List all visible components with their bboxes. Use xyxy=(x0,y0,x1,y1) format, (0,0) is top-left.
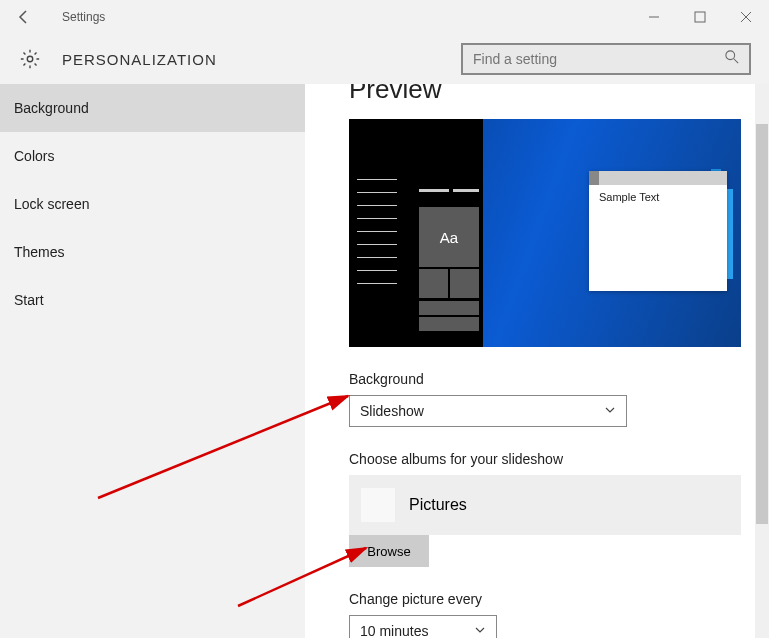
sample-window: Sample Text xyxy=(589,171,727,291)
sidebar-item-colors[interactable]: Colors xyxy=(0,132,305,180)
sidebar-item-background[interactable]: Background xyxy=(0,84,305,132)
preview-tile: Aa xyxy=(419,207,479,267)
svg-line-4 xyxy=(734,59,738,63)
album-name: Pictures xyxy=(409,496,467,514)
close-button[interactable] xyxy=(723,0,769,34)
change-picture-label: Change picture every xyxy=(349,591,755,607)
sidebar-item-label: Start xyxy=(14,292,44,308)
gear-icon xyxy=(16,45,44,73)
album-item[interactable]: Pictures xyxy=(361,485,729,525)
window-controls xyxy=(631,0,769,34)
svg-point-2 xyxy=(27,56,33,62)
vertical-scrollbar[interactable] xyxy=(755,84,769,638)
main: Background Colors Lock screen Themes Sta… xyxy=(0,84,769,638)
scrollbar-thumb[interactable] xyxy=(756,124,768,524)
sidebar-item-lock-screen[interactable]: Lock screen xyxy=(0,180,305,228)
app-title: Settings xyxy=(62,10,105,24)
albums-box: Pictures xyxy=(349,475,741,535)
chevron-down-icon xyxy=(474,623,486,638)
section-title: PERSONALIZATION xyxy=(62,51,217,68)
sidebar-item-label: Themes xyxy=(14,244,65,260)
background-label: Background xyxy=(349,371,755,387)
search-box[interactable] xyxy=(461,43,751,75)
interval-dropdown[interactable]: 10 minutes xyxy=(349,615,497,638)
back-button[interactable] xyxy=(10,3,38,31)
sidebar-item-label: Background xyxy=(14,100,89,116)
browse-button-label: Browse xyxy=(367,544,410,559)
albums-label: Choose albums for your slideshow xyxy=(349,451,755,467)
maximize-button[interactable] xyxy=(677,0,723,34)
sidebar-item-themes[interactable]: Themes xyxy=(0,228,305,276)
desktop-preview: Aa Sample Text xyxy=(349,119,741,347)
background-dropdown[interactable]: Slideshow xyxy=(349,395,627,427)
sample-window-text: Sample Text xyxy=(589,185,727,209)
background-dropdown-value: Slideshow xyxy=(360,403,424,419)
sidebar: Background Colors Lock screen Themes Sta… xyxy=(0,84,305,638)
chevron-down-icon xyxy=(604,403,616,419)
content-area: Preview Aa xyxy=(305,84,769,638)
svg-rect-1 xyxy=(695,12,705,22)
sidebar-item-label: Lock screen xyxy=(14,196,89,212)
search-input[interactable] xyxy=(473,51,725,67)
album-thumbnail xyxy=(361,488,395,522)
preview-start-panel: Aa xyxy=(349,119,483,347)
sidebar-item-label: Colors xyxy=(14,148,54,164)
search-icon xyxy=(725,50,739,68)
browse-button[interactable]: Browse xyxy=(349,535,429,567)
preview-heading: Preview xyxy=(349,84,755,105)
sidebar-item-start[interactable]: Start xyxy=(0,276,305,324)
minimize-button[interactable] xyxy=(631,0,677,34)
titlebar: Settings xyxy=(0,0,769,34)
header: PERSONALIZATION xyxy=(0,34,769,84)
interval-dropdown-value: 10 minutes xyxy=(360,623,428,638)
svg-point-3 xyxy=(726,51,735,60)
